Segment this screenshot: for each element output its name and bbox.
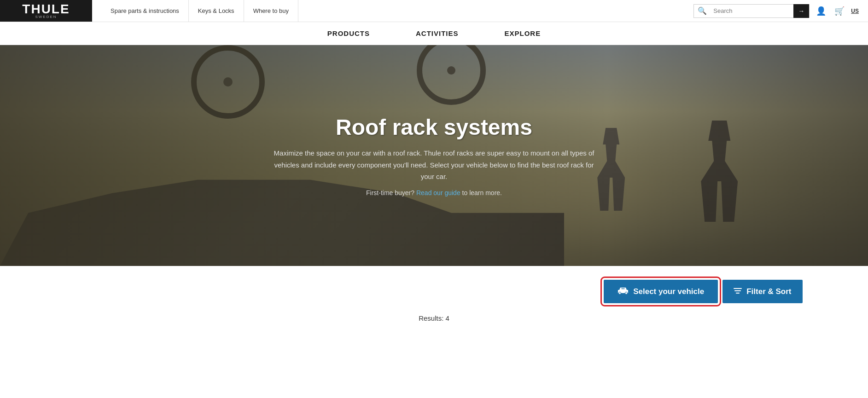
logo[interactable]: THULE SWEDEN — [0, 0, 92, 22]
top-nav-links: Spare parts & instructions Keys & Locks … — [92, 0, 693, 22]
hero-title: Roof rack systems — [273, 115, 595, 140]
nav-explore[interactable]: EXPLORE — [500, 29, 546, 37]
search-submit-button[interactable]: → — [793, 4, 809, 18]
account-icon-button[interactable]: 👤 — [814, 4, 828, 18]
search-container: 🔍 → — [693, 4, 810, 18]
top-nav: THULE SWEDEN Spare parts & instructions … — [0, 0, 868, 22]
filter-sort-button[interactable]: Filter & Sort — [722, 280, 802, 303]
nav-keys-locks[interactable]: Keys & Locks — [189, 0, 244, 22]
search-input[interactable] — [711, 7, 793, 14]
hero-description: Maximize the space on your car with a ro… — [273, 147, 595, 183]
results-count: Results: 4 — [419, 314, 449, 322]
nav-where-to-buy[interactable]: Where to buy — [244, 0, 298, 22]
filter-icon — [734, 287, 742, 296]
results-label: Results: — [419, 314, 443, 322]
guide-link[interactable]: Read our guide — [416, 189, 460, 196]
nav-products[interactable]: PRODUCTS — [323, 29, 374, 37]
guide-prefix: First-time buyer? — [366, 189, 414, 196]
svg-point-1 — [619, 292, 621, 294]
car-icon — [618, 286, 629, 297]
hero-content: Roof rack systems Maximize the space on … — [273, 115, 595, 196]
nav-spare-parts[interactable]: Spare parts & instructions — [101, 0, 189, 22]
search-icon-button[interactable]: 🔍 — [694, 6, 711, 15]
svg-point-2 — [625, 292, 628, 294]
main-nav: PRODUCTS ACTIVITIES EXPLORE — [0, 22, 868, 45]
locale-button[interactable]: US — [851, 8, 859, 14]
top-nav-right: 🔍 → 👤 🛒 US — [693, 4, 868, 18]
guide-suffix: to learn more. — [462, 189, 502, 196]
select-vehicle-button[interactable]: Select your vehicle — [604, 280, 718, 303]
cart-icon-button[interactable]: 🛒 — [833, 4, 846, 18]
filter-sort-label: Filter & Sort — [746, 287, 791, 296]
results-number: 4 — [446, 314, 449, 322]
action-row: Select your vehicle Filter & Sort — [66, 280, 803, 303]
logo-text: THULE — [22, 3, 70, 16]
below-hero-section: Select your vehicle Filter & Sort Result… — [0, 266, 868, 331]
hero-section: Roof rack systems Maximize the space on … — [0, 45, 868, 266]
select-vehicle-label: Select your vehicle — [633, 287, 704, 296]
hero-guide: First-time buyer? Read our guide to lear… — [273, 189, 595, 196]
nav-activities[interactable]: ACTIVITIES — [411, 29, 463, 37]
